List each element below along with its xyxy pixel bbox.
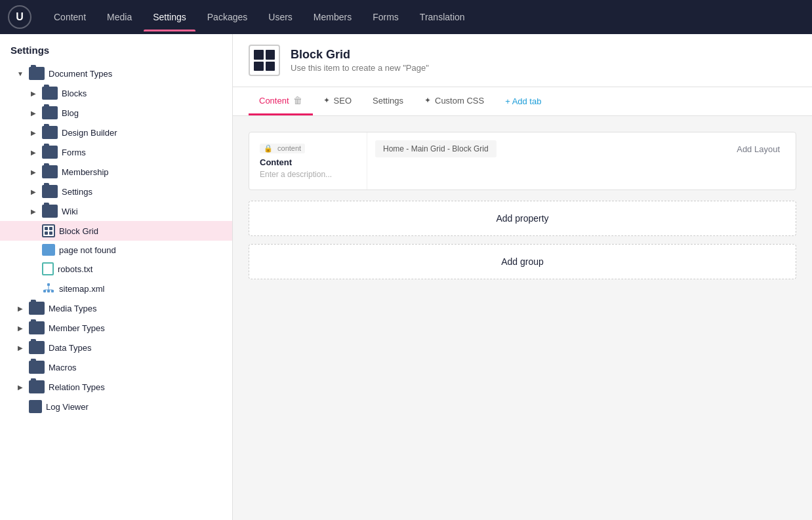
content-main-col: Home - Main Grid - Block Grid Add Layout xyxy=(367,132,796,190)
nav-packages[interactable]: Packages xyxy=(198,8,256,26)
page-title: Block Grid xyxy=(291,48,796,62)
chevron-right-icon: ▶ xyxy=(29,108,38,117)
chevron-right-icon: ▶ xyxy=(29,167,38,176)
add-property-button[interactable]: Add property xyxy=(249,201,796,236)
content-tag: 🔒 content xyxy=(260,144,305,153)
forms-label: Forms xyxy=(62,148,86,157)
custom-css-icon: ✦ xyxy=(424,96,431,105)
settings-tree-label: Settings xyxy=(62,187,92,197)
sidebar-item-design-builder[interactable]: ▶ Design Builder xyxy=(0,123,232,142)
content-label-col: 🔒 content Content Enter a description... xyxy=(249,132,367,190)
page-header-info: Block Grid Use this item to create a new… xyxy=(291,48,796,73)
page-header-icon xyxy=(249,45,280,76)
macros-label: Macros xyxy=(49,363,77,372)
folder-icon xyxy=(42,205,58,218)
block-grid-label: Block Grid xyxy=(59,226,98,236)
chevron-right-icon: ▶ xyxy=(29,148,38,157)
page-header: Block Grid Use this item to create a new… xyxy=(233,34,812,87)
nav-users[interactable]: Users xyxy=(259,8,302,26)
tab-settings[interactable]: Settings xyxy=(362,88,414,115)
chevron-right-icon: ▶ xyxy=(29,128,38,137)
tab-content[interactable]: Content 🗑 xyxy=(249,87,313,115)
sidebar-item-block-grid[interactable]: ▶ Block Grid xyxy=(0,221,232,241)
logo-button[interactable]: U xyxy=(8,5,31,29)
svg-rect-3 xyxy=(51,290,54,292)
sidebar-item-relation-types[interactable]: ▶ Relation Types xyxy=(0,377,232,397)
tab-custom-css-label: Custom CSS xyxy=(435,96,484,106)
page-not-found-icon xyxy=(42,244,55,256)
chevron-down-icon: ▼ xyxy=(16,69,25,78)
chevron-right-icon: ▶ xyxy=(16,304,25,313)
chevron-right-icon: ▶ xyxy=(29,207,38,216)
seo-icon: ✦ xyxy=(323,96,330,105)
folder-icon xyxy=(42,185,58,198)
sidebar-item-forms[interactable]: ▶ Forms xyxy=(0,142,232,162)
sidebar: Settings ▼ Document Types ▶ Blocks ▶ Blo… xyxy=(0,34,233,520)
sidebar-item-robots-txt[interactable]: ▶ robots.txt xyxy=(0,259,232,279)
sidebar-item-data-types[interactable]: ▶ Data Types xyxy=(0,338,232,357)
tab-custom-css[interactable]: ✦ Custom CSS xyxy=(414,88,495,115)
relation-types-label: Relation Types xyxy=(49,382,105,392)
sidebar-item-media-types[interactable]: ▶ Media Types xyxy=(0,298,232,318)
page-subtitle: Use this item to create a new "Page" xyxy=(291,63,796,73)
nav-content[interactable]: Content xyxy=(45,8,95,26)
field-label: Content xyxy=(260,157,356,167)
add-layout-button[interactable]: Add Layout xyxy=(729,140,788,158)
folder-icon xyxy=(42,106,58,119)
robots-icon xyxy=(42,262,54,275)
folder-icon xyxy=(42,87,58,100)
logo-text: U xyxy=(16,11,24,23)
add-group-button[interactable]: Add group xyxy=(249,244,796,279)
blog-label: Blog xyxy=(62,108,79,118)
nav-media[interactable]: Media xyxy=(98,8,141,26)
folder-icon xyxy=(42,126,58,139)
top-navigation: U Content Media Settings Packages Users … xyxy=(0,0,812,34)
folder-icon xyxy=(29,67,45,80)
sidebar-item-membership[interactable]: ▶ Membership xyxy=(0,162,232,182)
chevron-right-icon: ▶ xyxy=(29,89,38,98)
nav-settings[interactable]: Settings xyxy=(144,8,195,26)
folder-icon xyxy=(29,302,45,315)
nav-members[interactable]: Members xyxy=(304,8,361,26)
svg-rect-1 xyxy=(43,290,46,292)
tab-seo[interactable]: ✦ SEO xyxy=(313,88,362,115)
media-types-label: Media Types xyxy=(49,304,96,313)
robots-txt-label: robots.txt xyxy=(58,264,92,274)
design-builder-label: Design Builder xyxy=(62,128,117,138)
sidebar-item-blocks[interactable]: ▶ Blocks xyxy=(0,83,232,103)
folder-icon xyxy=(42,146,58,159)
nav-forms[interactable]: Forms xyxy=(363,8,408,26)
sidebar-item-page-not-found[interactable]: ▶ page not found xyxy=(0,241,232,259)
add-tab-label: + Add tab xyxy=(505,96,541,106)
tab-seo-label: SEO xyxy=(334,96,352,106)
lock-label: content xyxy=(277,144,301,152)
tab-settings-label: Settings xyxy=(373,96,403,106)
sidebar-item-blog[interactable]: ▶ Blog xyxy=(0,103,232,123)
sitemap-icon xyxy=(42,282,55,295)
sidebar-item-sitemap-xml[interactable]: ▶ sitemap.xml xyxy=(0,279,232,298)
sidebar-item-log-viewer[interactable]: ▶ Log Viewer xyxy=(0,397,232,416)
page-not-found-label: page not found xyxy=(59,245,116,255)
add-tab-button[interactable]: + Add tab xyxy=(495,89,552,114)
sidebar-item-member-types[interactable]: ▶ Member Types xyxy=(0,318,232,338)
folder-icon xyxy=(29,341,45,354)
sidebar-item-wiki[interactable]: ▶ Wiki xyxy=(0,201,232,221)
content-field-section: 🔒 content Content Enter a description...… xyxy=(249,132,796,190)
sidebar-item-settings[interactable]: ▶ Settings xyxy=(0,182,232,201)
sidebar-item-document-types[interactable]: ▼ Document Types xyxy=(0,64,232,83)
content-row: 🔒 content Content Enter a description...… xyxy=(249,132,796,190)
svg-rect-2 xyxy=(47,290,50,292)
folder-icon xyxy=(29,380,45,393)
membership-label: Membership xyxy=(62,167,109,177)
block-grid-icon xyxy=(42,224,55,237)
nav-translation[interactable]: Translation xyxy=(411,8,474,26)
member-types-label: Member Types xyxy=(49,323,105,333)
delete-tab-icon[interactable]: 🗑 xyxy=(293,95,302,106)
tab-content-label: Content xyxy=(259,96,289,106)
folder-icon xyxy=(42,165,58,178)
content-tabs: Content 🗑 ✦ SEO Settings ✦ Custom CSS + … xyxy=(233,87,812,116)
main-content: Block Grid Use this item to create a new… xyxy=(233,34,812,520)
document-types-label: Document Types xyxy=(49,69,112,79)
sidebar-item-macros[interactable]: ▶ Macros xyxy=(0,357,232,377)
breadcrumb: Home - Main Grid - Block Grid xyxy=(375,140,497,157)
